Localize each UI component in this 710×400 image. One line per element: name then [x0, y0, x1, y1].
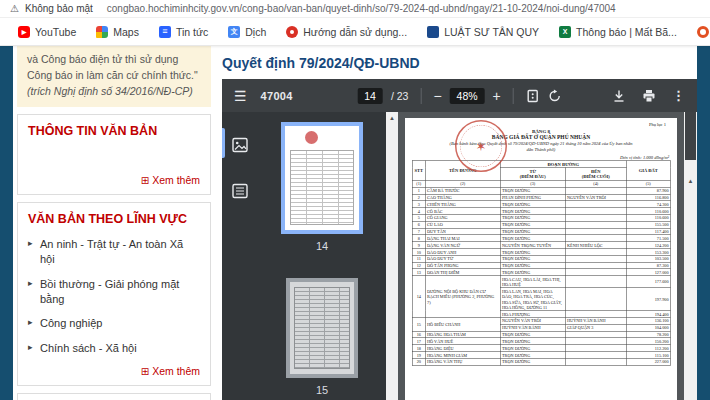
bookmark-item[interactable]: Maps	[88, 23, 147, 41]
table-cell	[565, 276, 626, 288]
bookmark-item[interactable]: LUẬT SƯ TÂN QUY	[419, 23, 547, 41]
table-cell: 153.300	[626, 249, 670, 256]
table-cell	[565, 228, 626, 235]
download-icon[interactable]	[612, 89, 626, 103]
table-cell: DUY TÂN	[425, 228, 500, 235]
field-topic-link[interactable]: Chính sách - Xã hội	[28, 341, 200, 356]
zoom-level-input[interactable]: 48%	[450, 88, 485, 104]
scroll-up-arrow-icon[interactable]: ▲	[684, 178, 697, 184]
pdf-viewer: ☰ 47004 14 / 23 − 48% +	[222, 79, 697, 400]
zoom-out-button[interactable]: −	[433, 88, 441, 104]
table-cell: 9	[412, 242, 425, 249]
thumbnail-page-15[interactable]	[286, 278, 358, 378]
table-cell: 117.400	[626, 228, 670, 235]
table-cell: 104.000	[626, 324, 670, 331]
col-header-stt: STT	[412, 161, 425, 181]
table-cell: 6	[412, 221, 425, 228]
url-bar[interactable]: ⚠ Không bảo mật congbao.hochiminhcity.go…	[0, 0, 710, 18]
page-number-input[interactable]: 14	[357, 88, 383, 104]
table-cell: 15	[412, 317, 425, 331]
table-cell: 14	[412, 276, 425, 318]
notice-text: và Công báo điện tử thì sử dụng Công báo…	[27, 53, 198, 81]
thumbnail-scrollbar[interactable]: ▲	[386, 112, 398, 400]
column-number-cell: (3)	[500, 180, 565, 187]
bookmark-item[interactable]: YouTube	[10, 23, 84, 41]
main-column: Quyết định 79/2024/QĐ-UBND ☰ 47004 14 / …	[222, 46, 697, 400]
roundcube-icon	[697, 26, 709, 38]
fit-to-page-icon[interactable]	[526, 89, 540, 103]
table-cell: TRỌN ĐƯỜNG	[500, 228, 565, 235]
field-topic-link[interactable]: An ninh - Trật tự - An toàn Xã hội	[28, 237, 200, 268]
table-cell: 8	[412, 235, 425, 242]
maps-icon	[96, 26, 108, 38]
table-cell: 155.500	[626, 221, 670, 228]
news-icon	[159, 26, 171, 38]
table-cell: HỒ BIỂU CHÁNH	[425, 317, 500, 331]
notice-citation: (trích Nghị định số 34/2016/NĐ-CP)	[27, 84, 201, 100]
table-cell: TRỌN ĐƯỜNG	[500, 269, 565, 276]
table-row: 14ĐƯỜNG NỘI BỘ KHU DÂN CƯ RẠCH MIỄU (PHƯ…	[412, 276, 670, 288]
bookmark-label: Maps	[113, 26, 139, 38]
table-row: 16HOÀNG HOA THÁMTRỌN ĐƯỜNG78.200	[412, 331, 670, 338]
table-cell: 4	[412, 208, 425, 215]
table-row: 4CÔ BẮCTRỌN ĐƯỜNG110.600	[412, 208, 670, 215]
document-info-box: THÔNG TIN VĂN BẢN ⊞ Xem thêm	[17, 114, 211, 194]
table-row: 9ĐẶNG VĂN NGỮNGUYỄN TRỌNG TUYỂNKÊNH NHIÊ…	[412, 242, 670, 249]
table-cell: TRỌN ĐƯỜNG	[500, 187, 565, 194]
more-options-icon[interactable]: ⋮	[672, 88, 685, 103]
document-info-see-more-link[interactable]: ⊞ Xem thêm	[28, 174, 200, 186]
bookmark-item[interactable]: Dịch	[220, 23, 274, 41]
bookmark-item[interactable]: Hướng dẫn sử dụng...	[278, 23, 415, 41]
table-cell	[565, 262, 626, 269]
col-header-to: ĐẾN (ĐIỂM CUỐI)	[565, 168, 626, 181]
table-row: 5CÔ GIANGTRỌN ĐƯỜNG110.600	[412, 214, 670, 221]
zoom-in-button[interactable]: +	[493, 88, 501, 104]
thumbnails-pane-icon[interactable]	[229, 134, 251, 156]
table-cell: 3	[412, 201, 425, 208]
table-cell: TRỌN ĐƯỜNG	[500, 352, 565, 359]
scrollbar-thumb[interactable]	[685, 112, 696, 160]
table-cell: 2	[412, 194, 425, 201]
mini-table	[294, 287, 350, 369]
column-number-cell: (2)	[425, 180, 500, 187]
menu-icon[interactable]: ☰	[234, 88, 247, 104]
table-cell: TRỌN ĐƯỜNG	[500, 221, 565, 228]
table-cell	[565, 352, 626, 359]
document-scrollbar[interactable]: ▲	[684, 112, 697, 400]
table-cell: 16	[412, 331, 425, 338]
security-badge[interactable]: Không bảo mật	[25, 3, 93, 14]
table-cell: NGUYỄN VĂN TRỖI	[565, 194, 626, 201]
table-cell: NGUYỄN VĂN TRỖI	[500, 317, 565, 324]
table-cell: 19	[412, 352, 425, 359]
table-cell: 74.300	[626, 201, 670, 208]
table-cell: ĐÀO DUY TỪ	[425, 255, 500, 262]
address-url[interactable]: congbao.hochiminhcity.gov.vn/cong-bao/va…	[107, 3, 616, 14]
table-cell: 12	[412, 262, 425, 269]
mini-table	[290, 150, 354, 225]
table-row: 12ĐỖ TẤN PHONGTRỌN ĐƯỜNG87.300	[412, 262, 670, 269]
field-topic-link[interactable]: Công nghiệp	[28, 316, 200, 331]
bookmark-item[interactable]: Tin tức	[151, 23, 216, 41]
viewer-side-strip	[222, 112, 258, 400]
bookmark-label: Thông báo | Mất Bã...	[576, 26, 677, 38]
land-price-table-title: BẢNG GIÁ ĐẤT Ở QUẬN PHÚ NHUẬN	[412, 134, 670, 140]
guide-icon	[286, 26, 298, 38]
scroll-up-arrow-icon[interactable]: ▲	[386, 115, 398, 121]
table-cell: 103.500	[626, 255, 670, 262]
table-cell: CÙ LAO	[425, 221, 500, 228]
documents-by-field-title: VĂN BẢN THEO LĨNH VỰC	[28, 211, 200, 227]
print-icon[interactable]	[642, 89, 656, 103]
bookmark-item[interactable]: Thông báo | Mất Bã...	[551, 23, 685, 41]
bookmark-item[interactable]: Roundcube Webmai...	[689, 23, 710, 41]
table-cell: HOÀNG MINH GIÁM	[425, 352, 500, 359]
rotate-icon[interactable]	[548, 89, 562, 103]
document-pane[interactable]: Phụ lục 1 ✶ BẢNG 8 BẢNG GIÁ ĐẤT Ở QUẬN P…	[398, 112, 684, 400]
field-topic-link[interactable]: Bồi thường - Giải phóng mặt bằng	[28, 277, 200, 308]
table-cell: HOÀNG VĂN THỤ	[425, 358, 500, 365]
page-right-margin	[697, 46, 710, 400]
table-row: 2CAO THẮNGPHAN ĐÌNH PHÙNGNGUYỄN VĂN TRỖI…	[412, 194, 670, 201]
table-row: 13ĐOÀN THỊ ĐIỂMTRỌN ĐƯỜNG127.000	[412, 269, 670, 276]
fields-see-more-link[interactable]: ⊞ Xem thêm	[28, 365, 200, 377]
outline-pane-icon[interactable]	[229, 180, 251, 202]
thumbnail-page-14[interactable]	[281, 122, 363, 234]
